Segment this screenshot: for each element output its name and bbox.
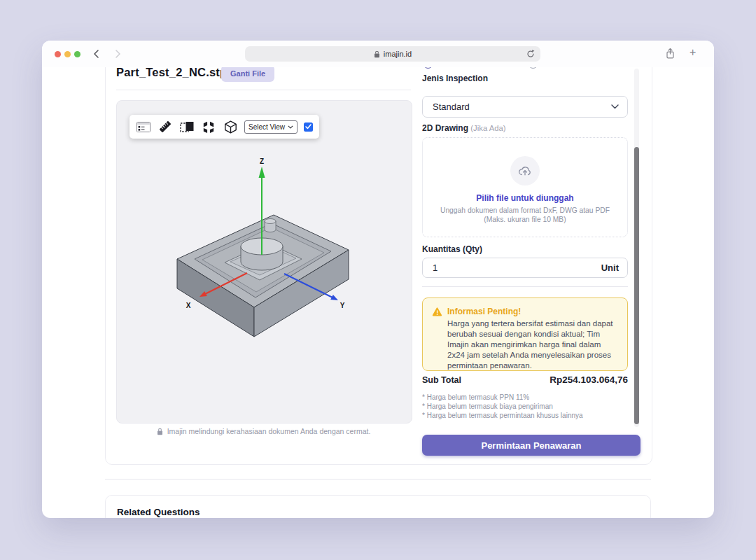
subtotal-row: Sub Total Rp254.103.064,76 [422, 374, 628, 385]
change-file-button[interactable]: Ganti File [221, 65, 274, 82]
3d-viewer[interactable]: Select View [116, 100, 412, 424]
browser-chrome: imajin.id + [42, 41, 714, 67]
subtotal-value: Rp254.103.064,76 [550, 374, 628, 385]
forward-icon[interactable] [113, 49, 122, 59]
section-view-icon[interactable] [179, 118, 195, 135]
share-icon[interactable] [665, 48, 676, 62]
select-view-label: Select View [248, 123, 285, 131]
upload-hint: Unggah dokumen dalam format DxF, DWG ata… [433, 206, 617, 224]
privacy-note: Imajin melindungi kerahasiaan dokumen An… [116, 427, 411, 435]
isometric-cube-icon[interactable] [223, 118, 238, 135]
drawing-label: 2D Drawing (Jika Ada) [422, 123, 506, 133]
quantity-unit: Unit [601, 262, 619, 273]
subtotal-label: Sub Total [422, 375, 461, 385]
upload-cta[interactable]: Pilih file untuk diunggah [423, 193, 627, 203]
close-window-button[interactable] [55, 51, 61, 57]
order-form: General Tolerance Precision Tolerance Je… [422, 62, 628, 428]
upload-circle [510, 156, 540, 186]
disclaimer-line: * Harga belum termasuk biaya pengiriman [422, 402, 583, 411]
warning-icon [432, 307, 442, 316]
title-divider [116, 90, 411, 90]
axis-z-label: Z [260, 158, 264, 165]
inspection-select[interactable]: Standard [422, 96, 628, 118]
form-divider [422, 286, 628, 287]
price-disclaimers: * Harga belum termasuk PPN 11% * Harga b… [422, 393, 583, 420]
lock-icon [157, 428, 163, 435]
notice-title: Informasi Penting! [447, 307, 521, 316]
ssl-lock-icon [374, 50, 380, 58]
request-quote-button[interactable]: Permintaan Penawaran [422, 435, 640, 456]
quantity-label: Kuantitas (Qty) [422, 244, 482, 254]
url-text: imajin.id [384, 50, 412, 58]
minimize-window-button[interactable] [64, 51, 71, 57]
cloud-upload-icon [518, 165, 532, 176]
disclaimer-line: * Harga belum termasuk permintaan khusus… [422, 411, 583, 420]
exploded-view-icon[interactable] [201, 118, 216, 135]
3d-model-canvas[interactable]: Z X Y [169, 157, 358, 347]
axis-y-label: Y [340, 302, 345, 309]
measure-ruler-icon[interactable] [158, 118, 173, 135]
check-icon [305, 124, 312, 130]
quantity-value: 1 [433, 262, 438, 273]
maximize-window-button[interactable] [74, 51, 80, 57]
important-notice: Informasi Penting! Harga yang tertera be… [422, 298, 628, 371]
related-questions-title: Related Questions [117, 507, 639, 517]
new-tab-icon[interactable]: + [690, 46, 696, 59]
part-filename: Part_Test_2_NC.stp [116, 66, 227, 79]
select-view-dropdown[interactable]: Select View [244, 120, 298, 134]
model-tree-icon[interactable] [136, 118, 151, 135]
browser-window: imajin.id + Part_Test_2_NC.stp Ganti Fil… [42, 41, 714, 518]
form-scrollbar-thumb[interactable] [634, 147, 639, 424]
disclaimer-line: * Harga belum termasuk PPN 11% [422, 393, 583, 402]
section-divider [105, 479, 651, 479]
axis-x-label: X [186, 302, 191, 309]
reload-icon[interactable] [526, 49, 536, 59]
drawing-label-suffix: (Jika Ada) [470, 124, 505, 132]
url-bar[interactable]: imajin.id [245, 46, 540, 62]
privacy-note-text: Imajin melindungi kerahasiaan dokumen An… [167, 427, 371, 435]
inspection-label: Jenis Inspection [422, 74, 488, 83]
related-questions-card: Related Questions [105, 495, 651, 518]
quantity-input[interactable]: 1 Unit [422, 258, 628, 278]
chevron-down-icon [611, 104, 619, 109]
notice-body: Harga yang tertera bersifat estimasi dan… [447, 318, 617, 371]
back-icon[interactable] [92, 49, 102, 59]
viewer-toolbar: Select View [130, 115, 319, 139]
viewer-settings-checkbox[interactable] [304, 122, 313, 132]
chevron-down-icon [288, 125, 293, 129]
inspection-value: Standard [433, 102, 470, 112]
file-upload-dropzone[interactable]: Pilih file untuk diunggah Unggah dokumen… [422, 137, 628, 237]
